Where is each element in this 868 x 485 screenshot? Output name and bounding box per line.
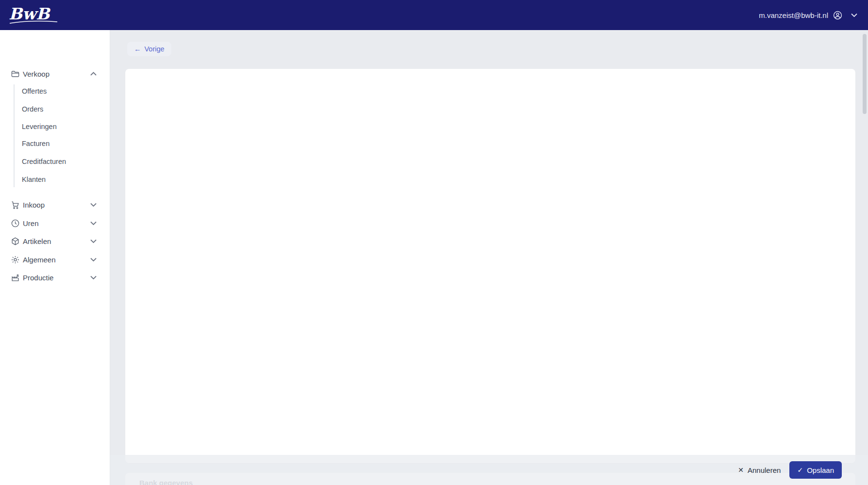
- chevron-up-icon: [90, 72, 97, 76]
- arrow-left-icon: ←: [134, 45, 141, 53]
- action-footer: ✕ Annuleren ✓ Opslaan: [110, 455, 868, 485]
- box-icon: [11, 237, 20, 246]
- save-button[interactable]: ✓ Opslaan: [789, 461, 842, 479]
- chevron-down-icon: [851, 13, 857, 17]
- sidebar: Verkoop Offertes Orders Leveringen Factu…: [0, 30, 110, 485]
- folder-icon: [11, 69, 20, 79]
- close-icon: ✕: [738, 466, 744, 474]
- back-link-label: Vorige: [145, 45, 165, 53]
- save-button-label: Opslaan: [807, 466, 834, 474]
- cart-icon: [11, 200, 20, 210]
- sidebar-item-algemeen[interactable]: Algemeen: [0, 252, 110, 267]
- chevron-down-icon: [90, 239, 97, 243]
- sidebar-item-facturen[interactable]: Facturen: [22, 137, 95, 150]
- clock-icon: [11, 219, 20, 228]
- svg-text:BwB: BwB: [9, 4, 50, 23]
- cancel-button[interactable]: ✕ Annuleren: [738, 466, 781, 474]
- user-email: m.vanzeist@bwb-it.nl: [759, 11, 828, 19]
- top-navbar: BwB m.vanzeist@bwb-it.nl: [0, 0, 868, 30]
- scrollbar-thumb[interactable]: [863, 34, 867, 114]
- back-link[interactable]: ← Vorige: [127, 42, 171, 56]
- chevron-down-icon: [90, 258, 97, 262]
- sidebar-item-verkoop[interactable]: Verkoop: [0, 66, 110, 81]
- sidebar-item-leveringen[interactable]: Leveringen: [22, 120, 95, 133]
- sidebar-item-klanten[interactable]: Klanten: [22, 173, 95, 186]
- check-icon: ✓: [797, 466, 803, 474]
- sidebar-item-label: Inkoop: [23, 201, 45, 209]
- user-avatar-icon: [833, 11, 842, 20]
- sidebar-item-label: Uren: [23, 219, 39, 227]
- sidebar-item-label: Productie: [23, 274, 53, 282]
- app-window: BwB m.vanzeist@bwb-it.nl: [0, 0, 868, 485]
- factory-icon: [11, 273, 20, 282]
- sidebar-item-creditfacturen[interactable]: Creditfacturen: [22, 155, 95, 168]
- chevron-down-icon: [90, 221, 97, 226]
- sidebar-item-inkoop[interactable]: Inkoop: [0, 197, 110, 212]
- sidebar-item-label: Artikelen: [23, 237, 51, 245]
- sidebar-item-offertes[interactable]: Offertes: [22, 85, 95, 97]
- sidebar-item-label: Verkoop: [23, 70, 50, 78]
- cancel-button-label: Annuleren: [748, 466, 781, 474]
- customer-form-card: [125, 69, 855, 463]
- user-menu[interactable]: m.vanzeist@bwb-it.nl: [759, 0, 857, 30]
- sidebar-item-label: Algemeen: [23, 256, 56, 264]
- chevron-down-icon: [90, 275, 97, 280]
- gear-icon: [11, 255, 20, 264]
- sidebar-item-artikelen[interactable]: Artikelen: [0, 234, 110, 248]
- bwb-logo[interactable]: BwB: [7, 3, 69, 27]
- sidebar-item-uren[interactable]: Uren: [0, 216, 110, 230]
- sidebar-item-productie[interactable]: Productie: [0, 270, 110, 285]
- subnav-indent-line: [14, 84, 15, 187]
- chevron-down-icon: [90, 203, 97, 207]
- sidebar-item-orders[interactable]: Orders: [22, 103, 95, 115]
